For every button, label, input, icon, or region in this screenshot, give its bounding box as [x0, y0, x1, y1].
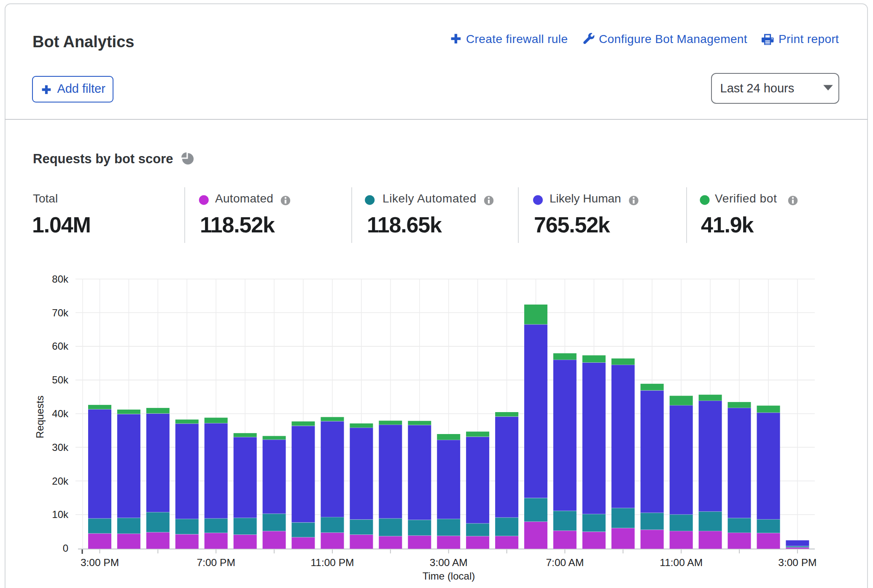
svg-text:3:00 PM: 3:00 PM [778, 557, 816, 568]
svg-text:0: 0 [63, 542, 68, 554]
svg-text:7:00 PM: 7:00 PM [197, 557, 235, 568]
svg-text:60k: 60k [52, 340, 69, 352]
svg-text:50k: 50k [52, 374, 69, 386]
svg-text:10k: 10k [52, 509, 69, 520]
svg-text:20k: 20k [52, 475, 69, 487]
svg-text:40k: 40k [52, 408, 69, 419]
svg-text:11:00 AM: 11:00 AM [660, 557, 703, 568]
svg-text:3:00 PM: 3:00 PM [81, 557, 119, 568]
svg-text:3:00 AM: 3:00 AM [430, 557, 468, 568]
svg-text:Time (local): Time (local) [423, 570, 475, 582]
svg-text:30k: 30k [52, 442, 69, 453]
svg-text:11:00 PM: 11:00 PM [310, 557, 354, 568]
svg-text:80k: 80k [52, 273, 69, 285]
svg-text:7:00 AM: 7:00 AM [546, 557, 584, 568]
svg-text:Requests: Requests [34, 396, 46, 438]
svg-text:70k: 70k [52, 307, 69, 318]
